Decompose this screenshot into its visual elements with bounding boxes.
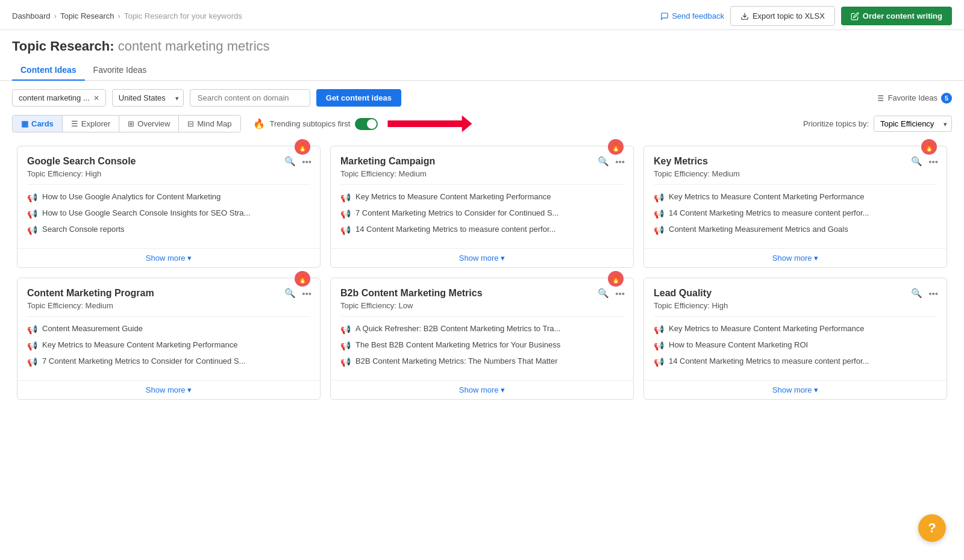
card-title-1: Marketing Campaign: [340, 156, 624, 167]
card-item: 📢 How to Measure Content Marketing ROI: [654, 340, 937, 350]
get-ideas-button[interactable]: Get content ideas: [316, 89, 401, 107]
card-efficiency-5: Topic Efficiency: High: [654, 301, 937, 310]
keyword-remove-icon[interactable]: ✕: [93, 94, 99, 102]
megaphone-icon: 📢: [340, 325, 351, 334]
card-actions-2: 🔍 •••: [910, 155, 939, 168]
card-item: 📢 B2B Content Marketing Metrics: The Num…: [340, 356, 624, 367]
card-5: Lead Quality Topic Efficiency: High 🔍 ••…: [643, 278, 947, 400]
trending-toggle-switch[interactable]: [355, 118, 378, 130]
card-item: 📢 Search Console reports: [27, 225, 310, 235]
cards-icon: ▦: [21, 119, 28, 128]
show-more-link-2[interactable]: Show more ▾: [644, 248, 947, 267]
card-item: 📢 Key Metrics to Measure Content Marketi…: [654, 192, 937, 202]
card-3: 🔥 Content Marketing Program Topic Effici…: [17, 278, 321, 400]
prioritize-group: Prioritize topics by: Topic EfficiencyVo…: [803, 116, 952, 132]
card-2: 🔥 Key Metrics Topic Efficiency: Medium 🔍…: [643, 146, 947, 268]
card-item-text: Search Console reports: [42, 225, 125, 234]
card-search-button-2[interactable]: 🔍: [910, 155, 924, 168]
megaphone-icon: 📢: [340, 193, 351, 202]
tab-content-ideas[interactable]: Content Ideas: [12, 60, 85, 81]
view-explorer-button[interactable]: ☰ Explorer: [63, 116, 119, 132]
card-item-text: B2B Content Marketing Metrics: The Numbe…: [355, 356, 558, 366]
overview-icon: ⊞: [128, 119, 134, 128]
card-title-0: Google Search Console: [27, 156, 310, 167]
card-item-text: Content Marketing Measurement Metrics an…: [669, 225, 848, 234]
card-more-button-0[interactable]: •••: [301, 155, 313, 168]
megaphone-icon: 📢: [654, 357, 664, 367]
card-search-button-5[interactable]: 🔍: [910, 287, 924, 300]
trending-toggle-group: 🔥 Trending subtopics first: [253, 116, 472, 132]
card-more-button-4[interactable]: •••: [614, 287, 626, 300]
card-item-text: Content Measurement Guide: [42, 324, 143, 333]
search-domain-input[interactable]: [190, 89, 310, 107]
megaphone-icon: 📢: [654, 325, 664, 334]
send-feedback-button[interactable]: Send feedback: [660, 11, 724, 20]
favorite-count-badge: 5: [941, 93, 952, 104]
card-header-5: Lead Quality Topic Efficiency: High 🔍 ••…: [644, 278, 947, 316]
card-efficiency-4: Topic Efficiency: Low: [340, 301, 624, 310]
card-title-2: Key Metrics: [654, 156, 937, 167]
breadcrumb-topic-research[interactable]: Topic Research: [60, 11, 114, 20]
card-search-button-3[interactable]: 🔍: [283, 287, 297, 300]
card-1: 🔥 Marketing Campaign Topic Efficiency: M…: [330, 146, 634, 268]
card-item-text: 14 Content Marketing Metrics to measure …: [669, 356, 869, 366]
megaphone-icon: 📢: [340, 209, 351, 219]
cards-grid: 🔥 Google Search Console Topic Efficiency…: [0, 141, 964, 405]
card-4: 🔥 B2b Content Marketing Metrics Topic Ef…: [330, 278, 634, 400]
show-more-link-3[interactable]: Show more ▾: [17, 380, 320, 399]
show-more-link-0[interactable]: Show more ▾: [17, 248, 320, 267]
megaphone-icon: 📢: [340, 341, 351, 350]
card-item-text: How to Use Google Analytics for Content …: [42, 192, 221, 201]
megaphone-icon: 📢: [27, 209, 37, 219]
card-efficiency-0: Topic Efficiency: High: [27, 169, 310, 178]
card-efficiency-2: Topic Efficiency: Medium: [654, 169, 937, 178]
breadcrumb-dashboard[interactable]: Dashboard: [12, 11, 51, 20]
card-more-button-3[interactable]: •••: [301, 287, 313, 300]
card-actions-3: 🔍 •••: [283, 287, 313, 300]
view-buttons: ▦ Cards ☰ Explorer ⊞ Overview ⊟ Mind Map: [12, 115, 241, 132]
card-item: 📢 Key Metrics to Measure Content Marketi…: [654, 324, 937, 334]
trending-label: Trending subtopics first: [270, 119, 351, 128]
megaphone-icon: 📢: [654, 193, 664, 202]
favorite-list-icon: [875, 93, 884, 103]
red-arrow-indicator: [387, 116, 472, 132]
view-bar: ▦ Cards ☰ Explorer ⊞ Overview ⊟ Mind Map…: [0, 115, 964, 141]
show-more-link-1[interactable]: Show more ▾: [331, 248, 633, 267]
card-item: 📢 Key Metrics to Measure Content Marketi…: [340, 192, 624, 202]
card-title-3: Content Marketing Program: [27, 288, 310, 299]
card-efficiency-1: Topic Efficiency: Medium: [340, 169, 624, 178]
card-more-button-2[interactable]: •••: [927, 155, 939, 168]
megaphone-icon: 📢: [340, 225, 351, 235]
show-more-link-4[interactable]: Show more ▾: [331, 380, 633, 399]
breadcrumb: Dashboard › Topic Research › Topic Resea…: [12, 11, 242, 20]
card-item: 📢 How to Use Google Analytics for Conten…: [27, 192, 310, 202]
megaphone-icon: 📢: [27, 357, 37, 367]
card-item-text: Key Metrics to Measure Content Marketing…: [355, 192, 551, 201]
card-more-button-1[interactable]: •••: [614, 155, 626, 168]
card-item-text: A Quick Refresher: B2B Content Marketing…: [355, 324, 560, 333]
megaphone-icon: 📢: [654, 341, 664, 350]
order-content-button[interactable]: Order content writing: [841, 7, 952, 25]
mindmap-icon: ⊟: [187, 119, 194, 128]
card-item: 📢 14 Content Marketing Metrics to measur…: [340, 225, 624, 235]
card-item: 📢 Content Measurement Guide: [27, 324, 310, 334]
country-select[interactable]: United States: [112, 89, 184, 107]
megaphone-icon: 📢: [27, 341, 37, 350]
view-mindmap-button[interactable]: ⊟ Mind Map: [179, 116, 240, 132]
card-item-text: 7 Content Marketing Metrics to Consider …: [355, 208, 559, 217]
card-item-text: 14 Content Marketing Metrics to measure …: [355, 225, 556, 234]
view-overview-button[interactable]: ⊞ Overview: [119, 116, 179, 132]
megaphone-icon: 📢: [27, 193, 37, 202]
view-cards-button[interactable]: ▦ Cards: [13, 116, 63, 132]
card-search-button-1[interactable]: 🔍: [596, 155, 610, 168]
show-more-link-5[interactable]: Show more ▾: [644, 380, 947, 399]
card-actions-1: 🔍 •••: [596, 155, 626, 168]
megaphone-icon: 📢: [654, 209, 664, 219]
tab-favorite-ideas[interactable]: Favorite Ideas: [85, 60, 155, 81]
card-search-button-4[interactable]: 🔍: [596, 287, 610, 300]
prioritize-select[interactable]: Topic EfficiencyVolumeDifficulty: [874, 116, 952, 132]
export-button[interactable]: Export topic to XLSX: [730, 6, 835, 26]
card-more-button-5[interactable]: •••: [927, 287, 939, 300]
card-search-button-0[interactable]: 🔍: [283, 155, 297, 168]
card-items-0: 📢 How to Use Google Analytics for Conten…: [17, 185, 320, 248]
